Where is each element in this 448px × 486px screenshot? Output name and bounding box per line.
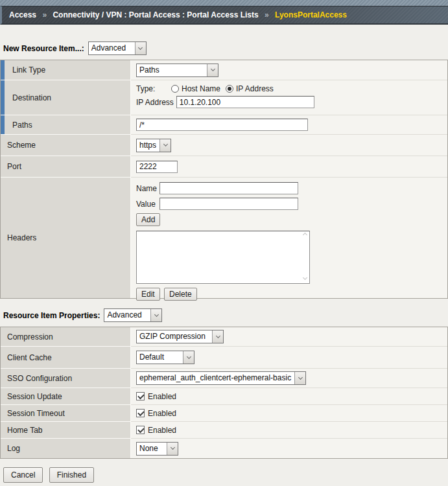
header-value-input[interactable] bbox=[159, 198, 298, 210]
session-update-checkbox[interactable] bbox=[136, 392, 145, 400]
compression-select[interactable]: GZIP Compression bbox=[136, 330, 224, 343]
new-resource-item-mode-select[interactable]: Advanced bbox=[88, 41, 147, 55]
scheme-select[interactable]: https bbox=[136, 139, 171, 152]
sso-configuration-label: SSO Configuration bbox=[1, 369, 131, 388]
chevron-down-icon bbox=[150, 309, 161, 321]
session-update-checkbox-label: Enabled bbox=[148, 392, 176, 401]
chevron-down-icon bbox=[207, 64, 218, 76]
scroll-down-icon[interactable] bbox=[303, 275, 307, 280]
host-name-radio-label: Host Name bbox=[182, 84, 220, 93]
new-resource-item-label: New Resource Item...: bbox=[3, 44, 84, 53]
delete-header-button[interactable]: Delete bbox=[164, 288, 197, 301]
ip-address-input[interactable] bbox=[176, 96, 314, 108]
resource-item-properties-label: Resource Item Properties: bbox=[3, 311, 100, 320]
headers-label: Headers bbox=[1, 178, 131, 298]
log-row: Log None bbox=[1, 439, 447, 458]
session-timeout-row: Session Timeout Enabled bbox=[1, 405, 447, 422]
scheme-label: Scheme bbox=[1, 135, 131, 156]
edit-header-button[interactable]: Edit bbox=[136, 288, 160, 301]
port-input[interactable] bbox=[136, 161, 178, 173]
chevron-down-icon bbox=[212, 330, 223, 343]
port-row: Port bbox=[1, 156, 447, 178]
session-timeout-label: Session Timeout bbox=[1, 405, 131, 422]
chevron-down-icon bbox=[183, 351, 194, 364]
resource-item-properties-heading: Resource Item Properties: Advanced bbox=[3, 308, 448, 322]
log-select[interactable]: None bbox=[136, 442, 178, 456]
home-tab-checkbox[interactable] bbox=[136, 426, 145, 434]
breadcrumb-current-item: LyonsPortalAccess bbox=[275, 10, 347, 19]
scroll-up-icon[interactable] bbox=[303, 233, 307, 237]
mode-select-value: Advanced bbox=[89, 42, 135, 54]
destination-type-label: Type: bbox=[136, 84, 171, 93]
link-type-select[interactable]: Paths bbox=[136, 64, 218, 77]
paths-label: Paths bbox=[1, 115, 131, 135]
finished-button[interactable]: Finished bbox=[49, 467, 94, 483]
ip-address-radio-label: IP Address bbox=[236, 84, 274, 93]
breadcrumb-path: Connectivity / VPN : Portal Access : Por… bbox=[53, 10, 258, 19]
host-name-radio-option[interactable]: Host Name bbox=[171, 84, 220, 93]
mode-select-value: Advanced bbox=[104, 309, 150, 321]
headers-row: Headers Name Value Add Edit Delete bbox=[1, 178, 447, 298]
session-timeout-checkbox[interactable] bbox=[136, 409, 145, 417]
port-label: Port bbox=[1, 156, 131, 178]
link-type-row: Link Type Paths bbox=[1, 60, 447, 80]
ip-address-field-label: IP Address bbox=[136, 98, 174, 107]
headers-list-scrollbar[interactable] bbox=[300, 231, 309, 283]
destination-label: Destination bbox=[1, 80, 131, 115]
paths-row: Paths bbox=[1, 115, 447, 135]
link-type-label: Link Type bbox=[1, 60, 131, 80]
session-update-label: Session Update bbox=[1, 388, 131, 405]
host-name-radio[interactable] bbox=[171, 85, 179, 93]
breadcrumb-section[interactable]: Access bbox=[9, 10, 36, 19]
scheme-row: Scheme https bbox=[1, 135, 447, 156]
session-update-row: Session Update Enabled bbox=[1, 388, 447, 405]
client-cache-row: Client Cache Default bbox=[1, 347, 447, 369]
new-resource-item-heading: New Resource Item...: Advanced bbox=[3, 41, 448, 55]
compression-row: Compression GZIP Compression bbox=[1, 327, 447, 347]
headers-list[interactable] bbox=[136, 231, 310, 284]
client-cache-select[interactable]: Default bbox=[136, 351, 195, 364]
home-tab-label: Home Tab bbox=[1, 422, 131, 439]
chevron-down-icon bbox=[159, 139, 171, 152]
session-timeout-checkbox-label: Enabled bbox=[148, 409, 176, 418]
client-cache-label: Client Cache bbox=[1, 347, 131, 369]
home-tab-checkbox-label: Enabled bbox=[148, 426, 176, 435]
new-resource-item-table: Link Type Paths Destination Type: Host N… bbox=[0, 60, 448, 299]
header-name-label: Name bbox=[136, 184, 159, 193]
window-header-strip bbox=[0, 0, 448, 6]
footer-actions: Cancel Finished bbox=[3, 467, 448, 483]
breadcrumb-separator-icon: » bbox=[261, 10, 273, 19]
sso-configuration-row: SSO Configuration ephemeral_auth_clientc… bbox=[1, 369, 447, 388]
resource-item-properties-table: Compression GZIP Compression Client Cach… bbox=[0, 327, 448, 459]
destination-row: Destination Type: Host Name IP Address I… bbox=[1, 80, 447, 115]
header-name-input[interactable] bbox=[159, 182, 298, 194]
paths-input[interactable] bbox=[136, 119, 308, 131]
compression-label: Compression bbox=[1, 327, 131, 347]
chevron-down-icon bbox=[167, 443, 178, 455]
resource-item-properties-mode-select[interactable]: Advanced bbox=[104, 308, 162, 322]
chevron-down-icon bbox=[135, 42, 146, 54]
log-label: Log bbox=[1, 439, 131, 458]
home-tab-row: Home Tab Enabled bbox=[1, 422, 447, 439]
breadcrumb-separator-icon: » bbox=[38, 10, 51, 19]
ip-address-radio-option[interactable]: IP Address bbox=[226, 84, 274, 93]
sso-configuration-select[interactable]: ephemeral_auth_clientcert-ephemeral-basi… bbox=[136, 371, 306, 385]
add-header-button[interactable]: Add bbox=[136, 213, 160, 226]
chevron-down-icon bbox=[294, 372, 305, 384]
breadcrumb: Access » Connectivity / VPN : Portal Acc… bbox=[0, 6, 448, 25]
header-value-label: Value bbox=[136, 200, 159, 209]
ip-address-radio[interactable] bbox=[226, 85, 233, 93]
cancel-button[interactable]: Cancel bbox=[3, 467, 43, 483]
